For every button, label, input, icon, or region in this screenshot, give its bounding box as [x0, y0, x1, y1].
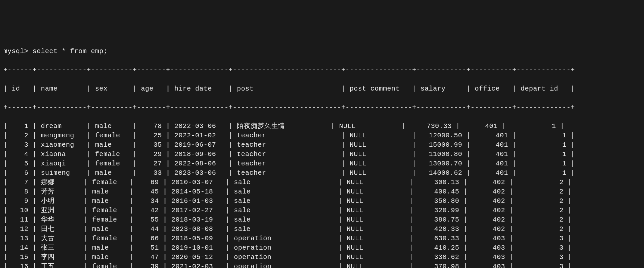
table-row: | 8 | 芳芳 | male | 45 | 2014-05-18 | sale… [3, 187, 641, 196]
table-row: | 7 | 娜娜 | female | 69 | 2010-03-07 | sa… [3, 178, 641, 187]
table-header-row: | id | name | sex | age | hire_date | po… [3, 84, 641, 94]
table-row: | 11 | 华华 | female | 55 | 2018-03-19 | s… [3, 215, 641, 225]
table-header-border: +------+------------+----------+-------+… [3, 103, 641, 112]
sql-prompt-line: mysql> select * from emp; [3, 47, 641, 56]
table-row: | 4 | xiaona | female | 29 | 2018-09-06 … [3, 150, 641, 159]
table-row: | 3 | xiaomeng | male | 35 | 2019-06-07 … [3, 140, 641, 150]
mysql-terminal[interactable]: mysql> select * from emp; +------+------… [0, 37, 644, 268]
table-row: | 16 | 王五 | female | 39 | 2021-02-03 | o… [3, 262, 641, 268]
table-row: | 2 | mengmeng | female | 25 | 2022-01-0… [3, 131, 641, 140]
table-row: | 12 | 田七 | male | 44 | 2023-08-08 | sal… [3, 225, 641, 234]
table-row: | 15 | 李四 | male | 47 | 2020-05-12 | ope… [3, 253, 641, 262]
table-row: | 1 | dream | male | 78 | 2022-03-06 | 陌… [3, 122, 641, 131]
table-row: | 10 | 亚洲 | female | 42 | 2017-02-27 | s… [3, 206, 641, 215]
table-rows: | 1 | dream | male | 78 | 2022-03-06 | 陌… [3, 122, 641, 268]
table-row: | 5 | xiaoqi | female | 27 | 2022-08-06 … [3, 159, 641, 168]
table-row: | 9 | 小明 | male | 34 | 2016-01-03 | sale… [3, 196, 641, 206]
table-row: | 14 | 张三 | male | 51 | 2019-10-01 | ope… [3, 243, 641, 253]
table-row: | 13 | 大古 | female | 66 | 2018-05-09 | o… [3, 234, 641, 243]
table-row: | 6 | suimeng | male | 33 | 2023-03-06 |… [3, 168, 641, 178]
table-top-border: +------+------------+----------+-------+… [3, 65, 641, 75]
